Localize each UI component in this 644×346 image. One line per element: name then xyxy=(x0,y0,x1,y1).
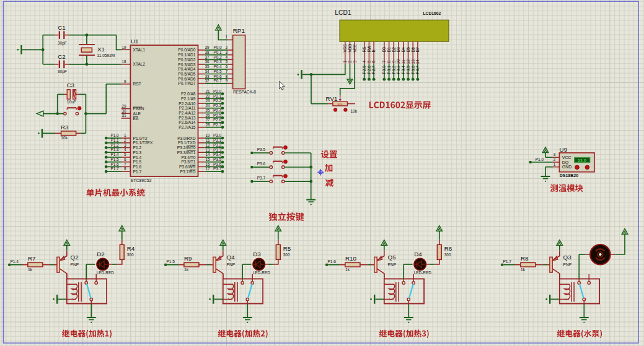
svg-text:R5: R5 xyxy=(283,245,291,252)
svg-text:34: 34 xyxy=(205,69,210,74)
svg-text:1: 1 xyxy=(554,162,556,167)
svg-text:7: 7 xyxy=(382,61,386,63)
svg-text:30pF: 30pF xyxy=(58,41,67,46)
svg-text:P3.3: P3.3 xyxy=(213,148,222,152)
svg-text:LED-RED: LED-RED xyxy=(253,270,270,275)
svg-text:3: 3 xyxy=(554,152,556,157)
svg-text:P1.4: P1.4 xyxy=(133,155,142,160)
svg-text:P0.6: P0.6 xyxy=(411,66,415,74)
svg-text:4: 4 xyxy=(226,55,228,59)
svg-text:11: 11 xyxy=(206,138,210,142)
svg-text:300: 300 xyxy=(127,253,134,257)
svg-text:P1.0: P1.0 xyxy=(110,133,119,137)
svg-text:11: 11 xyxy=(401,59,405,64)
svg-text:P2.6: P2.6 xyxy=(367,66,371,74)
svg-text:13: 13 xyxy=(205,148,210,152)
svg-text:P1.2: P1.2 xyxy=(110,143,119,147)
svg-text:37: 37 xyxy=(205,55,210,59)
svg-text:Q5: Q5 xyxy=(388,254,397,261)
svg-text:D2: D2 xyxy=(392,47,396,53)
svg-text:50%: 50% xyxy=(337,103,343,106)
svg-text:10uF: 10uF xyxy=(67,100,76,104)
svg-text:D4: D4 xyxy=(401,47,405,53)
svg-text:P0.7: P0.7 xyxy=(415,66,420,74)
svg-text:1k: 1k xyxy=(345,267,350,272)
svg-text:300: 300 xyxy=(283,253,290,257)
svg-text:P1.5: P1.5 xyxy=(110,157,119,162)
svg-text:P0.6: P0.6 xyxy=(213,74,222,79)
svg-text:1: 1 xyxy=(343,61,347,63)
svg-text:P3.1: P3.1 xyxy=(213,138,222,142)
svg-text:P0.0: P0.0 xyxy=(382,66,386,74)
svg-text:P0.3: P0.3 xyxy=(213,59,222,64)
svg-text:30pF: 30pF xyxy=(58,69,67,74)
svg-text:P2.4/A12: P2.4/A12 xyxy=(179,111,195,115)
svg-text:36: 36 xyxy=(205,59,210,64)
svg-text:D6: D6 xyxy=(411,47,415,53)
svg-text:1: 1 xyxy=(124,133,126,137)
svg-text:300: 300 xyxy=(444,253,451,257)
svg-text:P2.5: P2.5 xyxy=(362,66,366,74)
svg-text:PNP: PNP xyxy=(71,262,79,267)
svg-text:LCD1602: LCD1602 xyxy=(423,11,441,15)
svg-text:29: 29 xyxy=(121,104,126,108)
svg-text:D2: D2 xyxy=(97,251,105,257)
svg-text:PNP: PNP xyxy=(227,262,236,267)
svg-text:RS: RS xyxy=(362,46,366,53)
svg-text:ALE: ALE xyxy=(133,111,141,116)
svg-text:12: 12 xyxy=(205,143,210,147)
svg-text:P3.6: P3.6 xyxy=(213,162,222,167)
svg-text:P0.0/AD0: P0.0/AD0 xyxy=(178,48,196,52)
svg-text:D0: D0 xyxy=(382,47,386,53)
svg-text:8: 8 xyxy=(124,167,126,171)
svg-text:P0.2: P0.2 xyxy=(213,55,222,59)
svg-text:27: 27 xyxy=(205,118,210,122)
svg-text:P1.5: P1.5 xyxy=(166,259,175,264)
svg-text:P2.0/A8: P2.0/A8 xyxy=(181,92,196,96)
svg-text:39: 39 xyxy=(205,45,210,50)
svg-text:17: 17 xyxy=(205,167,210,171)
svg-text:P2.4: P2.4 xyxy=(213,108,222,113)
svg-text:P1.5: P1.5 xyxy=(133,160,142,164)
svg-text:E: E xyxy=(372,50,376,53)
svg-text:3: 3 xyxy=(353,61,357,63)
svg-text:C1: C1 xyxy=(58,24,66,31)
svg-text:P1.7: P1.7 xyxy=(133,170,142,174)
svg-text:5: 5 xyxy=(124,152,126,157)
svg-text:LCD1: LCD1 xyxy=(335,9,351,16)
svg-text:7: 7 xyxy=(226,69,228,74)
svg-text:8: 8 xyxy=(226,74,228,79)
svg-text:P0.5/AD5: P0.5/AD5 xyxy=(178,72,196,76)
svg-text:C3: C3 xyxy=(66,82,74,89)
svg-text:9: 9 xyxy=(392,61,396,63)
svg-text:RESPACK-8: RESPACK-8 xyxy=(233,90,256,94)
svg-text:P2.3: P2.3 xyxy=(213,103,222,108)
svg-text:10k: 10k xyxy=(350,109,357,113)
svg-text:28: 28 xyxy=(205,123,210,127)
svg-text:R6: R6 xyxy=(444,245,452,252)
svg-text:R9: R9 xyxy=(184,255,192,262)
svg-text:D4: D4 xyxy=(414,251,422,257)
svg-text:P1.7: P1.7 xyxy=(503,259,511,264)
svg-text:P0.5: P0.5 xyxy=(213,69,222,74)
svg-text:P1.4: P1.4 xyxy=(110,152,119,157)
svg-text:P2.0: P2.0 xyxy=(213,89,222,93)
svg-text:14: 14 xyxy=(205,152,210,157)
svg-text:PNP: PNP xyxy=(388,262,397,267)
svg-text:26: 26 xyxy=(205,113,210,118)
svg-text:1k: 1k xyxy=(184,267,189,272)
svg-text:P1.0/T2: P1.0/T2 xyxy=(133,136,148,141)
svg-text:P2.1/A9: P2.1/A9 xyxy=(181,97,196,101)
svg-text:19: 19 xyxy=(121,45,126,50)
svg-text:P2.7: P2.7 xyxy=(372,66,376,74)
svg-text:P1.6: P1.6 xyxy=(327,259,336,264)
svg-text:2: 2 xyxy=(226,45,228,50)
svg-text:C2: C2 xyxy=(58,53,66,60)
svg-text:P1.6: P1.6 xyxy=(110,162,119,167)
svg-text:16: 16 xyxy=(205,162,210,167)
svg-text:P0.4: P0.4 xyxy=(401,66,405,74)
svg-text:R3: R3 xyxy=(61,124,69,131)
svg-text:P1.3: P1.3 xyxy=(110,147,119,152)
svg-text:P3.0/RXD: P3.0/RXD xyxy=(177,136,196,141)
svg-text:P0.4: P0.4 xyxy=(213,64,222,69)
